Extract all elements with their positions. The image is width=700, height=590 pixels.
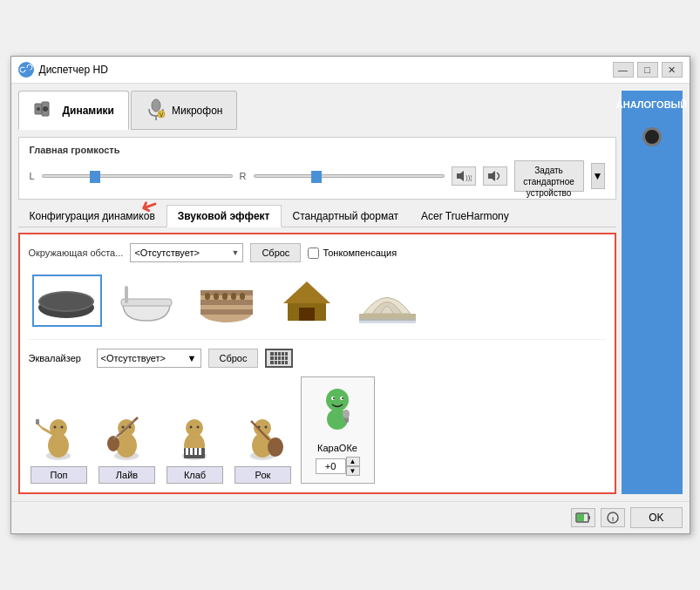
battery-icon-button[interactable]: [571, 508, 595, 527]
environment-reset-button[interactable]: Сброс: [250, 243, 301, 262]
eq-grid-icon: [270, 352, 288, 364]
environment-dropdown[interactable]: <Отсутствует> ▼: [130, 243, 243, 262]
tab-effects[interactable]: Звуковой эффект: [167, 205, 282, 227]
env-item-theater[interactable]: [269, 271, 346, 330]
tab-standard-format[interactable]: Стандартный формат: [282, 205, 411, 227]
svg-text:V: V: [160, 112, 164, 118]
svg-point-65: [268, 437, 283, 457]
env-img-theater: [273, 275, 343, 327]
set-default-device-button[interactable]: Задатьстандартноеустройство: [514, 160, 584, 192]
svg-point-35: [48, 433, 69, 458]
microphone-label: Микрофон: [172, 105, 222, 117]
svg-marker-11: [457, 171, 464, 181]
tab-microphone[interactable]: V Микрофон: [131, 91, 237, 130]
svg-rect-24: [205, 293, 210, 300]
tone-compensation-row: Тонкомпенсация: [308, 248, 397, 259]
main-area: Динамики V Микрофон: [18, 91, 616, 494]
tone-compensation-checkbox[interactable]: [308, 248, 319, 259]
svg-rect-22: [200, 300, 253, 305]
env-item-opera[interactable]: [350, 271, 426, 330]
tab-configuration[interactable]: Конфигурация динамиков: [18, 205, 167, 227]
device-tabs: Динамики V Микрофон: [18, 91, 616, 130]
tone-compensation-label: Тонкомпенсация: [323, 248, 397, 258]
maximize-button[interactable]: □: [637, 62, 658, 78]
env-item-bath[interactable]: [109, 271, 186, 330]
mute-button[interactable]: )))): [452, 166, 476, 186]
svg-rect-33: [359, 319, 416, 323]
tab-area: Конфигурация динамиков Звуковой эффект С…: [18, 205, 616, 227]
preset-club-button[interactable]: Клаб: [167, 466, 223, 484]
svg-rect-28: [240, 293, 245, 300]
svg-rect-41: [36, 419, 39, 424]
svg-point-71: [342, 397, 343, 399]
karaoke-label: КараОКе: [317, 443, 357, 453]
title-icon: [18, 62, 34, 78]
svg-rect-56: [186, 448, 188, 455]
environment-row: Окружающая обста... <Отсутствует> ▼ Сбро…: [29, 243, 606, 262]
equalizer-reset-button[interactable]: Сброс: [208, 349, 259, 368]
window-title: Диспетчер HD: [39, 64, 108, 76]
preset-rock-button[interactable]: Рок: [234, 466, 291, 484]
svg-rect-2: [22, 68, 31, 70]
karaoke-increment-button[interactable]: ▲: [346, 457, 360, 466]
effects-panel: Окружающая обста... <Отсутствует> ▼ Сбро…: [18, 233, 616, 494]
svg-rect-76: [588, 516, 590, 519]
svg-marker-13: [488, 171, 495, 181]
left-volume-slider[interactable]: [42, 174, 233, 178]
equalizer-dropdown[interactable]: <Отсутствует> ▼: [97, 349, 201, 368]
svg-point-52: [186, 419, 203, 437]
speakers-icon: [33, 97, 58, 124]
titlebar-left: Диспетчер HD: [18, 62, 108, 78]
equalizer-settings-button[interactable]: [265, 349, 293, 368]
preset-club-figure[interactable]: [165, 410, 226, 463]
svg-point-67: [326, 389, 349, 411]
karaoke-value: +0: [316, 458, 346, 474]
svg-point-53: [190, 426, 193, 429]
svg-text:)))): )))): [466, 173, 472, 181]
svg-rect-58: [194, 448, 197, 455]
env-item-colosseum[interactable]: [189, 271, 266, 330]
volume-section: Главная громкость L R )))): [18, 137, 616, 200]
svg-rect-23: [200, 309, 253, 315]
preset-live: Лайв: [97, 410, 158, 484]
env-item-flat[interactable]: [29, 271, 105, 330]
svg-rect-18: [125, 286, 128, 303]
dropdown-arrow-icon: ▼: [231, 248, 239, 257]
sound-properties-button[interactable]: [483, 166, 507, 186]
preset-rock: Рок: [233, 410, 294, 484]
karaoke-decrement-button[interactable]: ▼: [346, 466, 360, 476]
dropdown-arrow-btn[interactable]: ▼: [591, 163, 605, 189]
volume-row: L R )))): [30, 160, 605, 192]
preset-live-figure[interactable]: [97, 410, 158, 463]
preset-rock-figure[interactable]: [233, 410, 294, 463]
svg-rect-26: [222, 293, 228, 300]
left-channel-label: L: [30, 171, 35, 181]
preset-pop-figure[interactable]: [29, 410, 90, 463]
preset-live-button[interactable]: Лайв: [99, 466, 155, 484]
svg-point-64: [265, 426, 268, 429]
env-img-opera: [353, 275, 423, 327]
close-button[interactable]: ✕: [662, 62, 683, 78]
svg-rect-17: [121, 299, 172, 306]
preset-pop-button[interactable]: Поп: [31, 466, 87, 484]
svg-point-7: [152, 99, 160, 112]
tab-speakers[interactable]: Динамики: [18, 91, 129, 130]
env-img-colosseum: [193, 275, 262, 327]
svg-rect-31: [299, 308, 315, 321]
env-img-flat: [32, 275, 102, 327]
environment-label: Окружающая обста...: [29, 248, 124, 258]
preset-pop: Поп: [29, 410, 90, 484]
environments-grid: [29, 271, 606, 340]
ok-button[interactable]: OK: [630, 507, 682, 528]
minimize-button[interactable]: —: [613, 62, 634, 78]
svg-point-37: [54, 426, 57, 429]
svg-rect-27: [231, 293, 236, 300]
info-icon-button[interactable]: i: [601, 508, 625, 527]
section-tabs: Конфигурация динамиков Звуковой эффект С…: [18, 205, 616, 227]
karaoke-spinner: +0 ▲ ▼: [316, 457, 360, 476]
svg-point-70: [333, 397, 335, 399]
main-window: Диспетчер HD — □ ✕: [10, 56, 690, 534]
titlebar: Диспетчер HD — □ ✕: [11, 57, 690, 84]
tab-trueharmony[interactable]: Acer TrueHarmony: [410, 205, 520, 227]
right-volume-slider[interactable]: [254, 174, 445, 178]
